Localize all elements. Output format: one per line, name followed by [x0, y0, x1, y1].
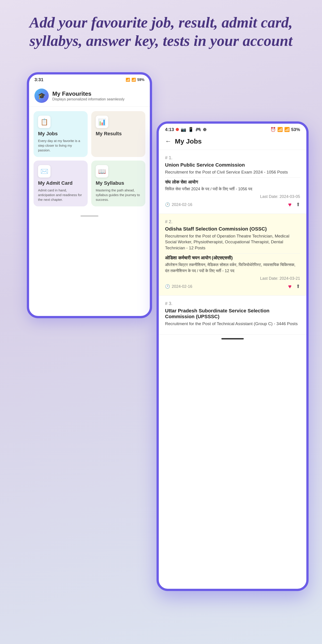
share-button-1[interactable]: ⬆ [296, 202, 300, 208]
page-title: My Jobs [175, 138, 202, 145]
job-footer-2: 🕐 2024-02-16 ♥ ⬆ [165, 283, 300, 290]
card-admit[interactable]: ✉️ My Admit Card Admit card in hand, ant… [34, 160, 88, 206]
profile-name: My Favourites [52, 90, 124, 97]
card-jobs[interactable]: 📋 My Jobs Every day at my favorite is a … [34, 111, 88, 157]
status-bar-back: 3:31 📶 📶 59% [29, 74, 150, 85]
syllabus-icon: 📖 [96, 165, 108, 178]
heart-button-2[interactable]: ♥ [288, 283, 292, 290]
last-date-2: Last Date: 2024-03-21 [165, 276, 300, 281]
heart-button-1[interactable]: ♥ [288, 201, 292, 208]
job-org-en-2: Odisha Staff Selection Commission (OSSC) [165, 226, 300, 232]
job-card-1[interactable]: # 1. Union Public Service Commission Rec… [159, 150, 306, 214]
job-org-hi-1: संघ लोक सेवा आयोग [165, 180, 300, 185]
admit-icon: ✉️ [38, 165, 50, 178]
syllabus-title: My Syllabus [96, 180, 141, 186]
job-footer-1: 🕐 2024-02-16 ♥ ⬆ [165, 201, 300, 208]
job-org-en-3: Uttar Pradesh Subordinate Service Select… [165, 308, 300, 320]
syllabus-desc: Mastering the path ahead, syllabus guide… [96, 188, 141, 202]
home-indicator-front [159, 334, 306, 343]
job-desc-en-1: Recruitment for the Post of Civil Servic… [165, 169, 300, 175]
job-number-2: # 2. [165, 219, 300, 224]
admit-desc: Admit card in hand, anticipation and rea… [38, 188, 83, 202]
job-desc-hi-2: ऑपरेशन थिएटर तकनीशियन, मेडिकल सोशल वर्कर… [165, 262, 300, 274]
home-indicator [29, 215, 150, 217]
card-syllabus[interactable]: 📖 My Syllabus Mastering the path ahead, … [91, 160, 145, 206]
job-desc-hi-1: सिविल सेवा परीक्षा 2024 के पद / पदों के … [165, 186, 300, 192]
job-number-1: # 1. [165, 155, 300, 160]
job-list: # 1. Union Public Service Commission Rec… [159, 150, 306, 334]
last-date-1: Last Date: 2024-03-05 [165, 194, 300, 199]
profile-subtitle: Displays personalized information seamle… [52, 97, 124, 101]
job-date-1: 🕐 2024-02-16 [165, 202, 192, 207]
header-line2: syllabys, answer key, tests in your acco… [30, 32, 292, 49]
job-number-3: # 3. [165, 301, 300, 306]
job-org-en-1: Union Public Service Commission [165, 162, 300, 168]
job-desc-en-3: Recruitment for the Post of Technical As… [165, 321, 300, 327]
profile-header: 🎓 My Favourites Displays personalized in… [29, 85, 150, 107]
phones-container: 3:31 📶 📶 59% 🎓 My Favourites Displays pe… [0, 59, 322, 618]
results-icon: 📊 [96, 116, 108, 128]
top-bar: ← My Jobs [159, 135, 306, 150]
back-button[interactable]: ← [165, 138, 171, 145]
job-card-2[interactable]: # 2. Odisha Staff Selection Commission (… [159, 214, 306, 296]
header-line1: Add your favourite job, result, admit ca… [30, 14, 293, 31]
battery-front: 53% [291, 127, 300, 132]
time-front: 4:13 [165, 127, 174, 132]
status-icons-back: 📶 📶 59% [126, 78, 144, 82]
jobs-desc: Every day at my favorite is a step close… [38, 138, 83, 152]
job-org-hi-2: ओडिशा कर्मचारी चयन आयोग (ओएसएससी) [165, 255, 300, 260]
job-actions-1: ♥ ⬆ [288, 201, 300, 208]
red-dot-icon [176, 128, 179, 131]
jobs-title: My Jobs [38, 131, 83, 137]
cards-grid: 📋 My Jobs Every day at my favorite is a … [29, 107, 150, 211]
phone-front: 4:13 📷 📱 🎮 ⊕ ⏰ 📶 📶 53% ← My Jobs # [156, 122, 308, 591]
job-card-3[interactable]: # 3. Uttar Pradesh Subordinate Service S… [159, 296, 306, 335]
battery-back: 59% [137, 78, 144, 82]
header-section: Add your favourite job, result, admit ca… [0, 0, 322, 59]
avatar: 🎓 [34, 88, 49, 103]
status-bar-front: 4:13 📷 📱 🎮 ⊕ ⏰ 📶 📶 53% [159, 124, 306, 135]
results-title: My Results [96, 131, 141, 137]
card-results[interactable]: 📊 My Results [91, 111, 145, 157]
profile-info: My Favourites Displays personalized info… [52, 90, 124, 101]
admit-title: My Admit Card [38, 180, 83, 186]
clock-icon-2: 🕐 [165, 284, 170, 289]
job-date-2: 🕐 2024-02-16 [165, 284, 192, 289]
phone-back: 3:31 📶 📶 59% 🎓 My Favourites Displays pe… [27, 72, 152, 318]
job-actions-2: ♥ ⬆ [288, 283, 300, 290]
clock-icon-1: 🕐 [165, 202, 170, 207]
share-button-2[interactable]: ⬆ [296, 284, 300, 289]
time-back: 3:31 [34, 77, 44, 82]
jobs-icon: 📋 [38, 116, 50, 128]
job-desc-en-2: Recruitment for the Post of Operation Th… [165, 233, 300, 251]
